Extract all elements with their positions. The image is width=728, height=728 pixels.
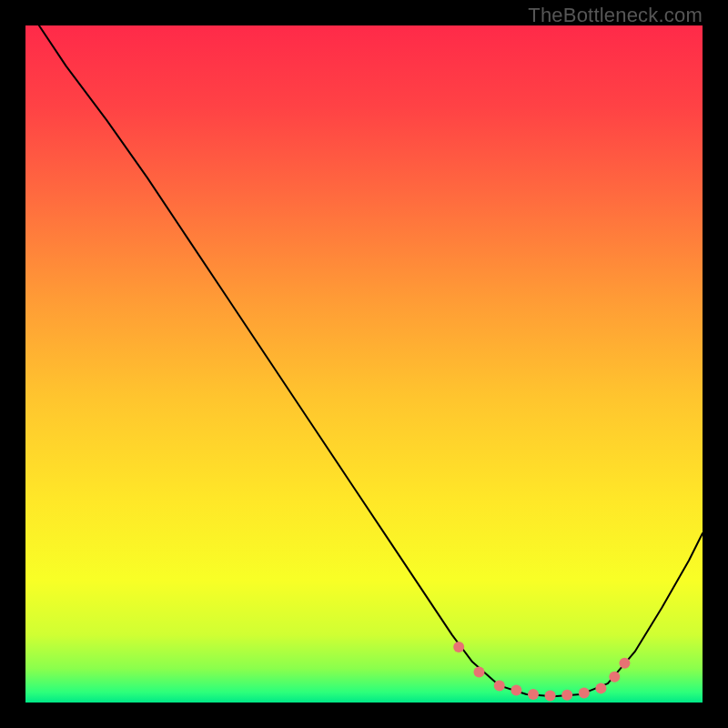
- optimal-marker: [494, 680, 505, 691]
- bottleneck-chart: [25, 25, 703, 703]
- optimal-marker: [595, 682, 606, 693]
- optimal-marker: [579, 688, 590, 699]
- optimal-marker: [528, 689, 539, 700]
- optimal-marker: [609, 672, 620, 682]
- chart-svg: [25, 25, 703, 703]
- optimal-marker: [453, 642, 464, 652]
- optimal-marker: [561, 690, 572, 701]
- optimal-marker: [619, 658, 630, 669]
- gradient-background: [25, 25, 703, 703]
- optimal-marker: [473, 667, 484, 678]
- optimal-marker: [545, 691, 556, 702]
- watermark-text: TheBottleneck.com: [528, 4, 703, 27]
- optimal-marker: [511, 685, 521, 696]
